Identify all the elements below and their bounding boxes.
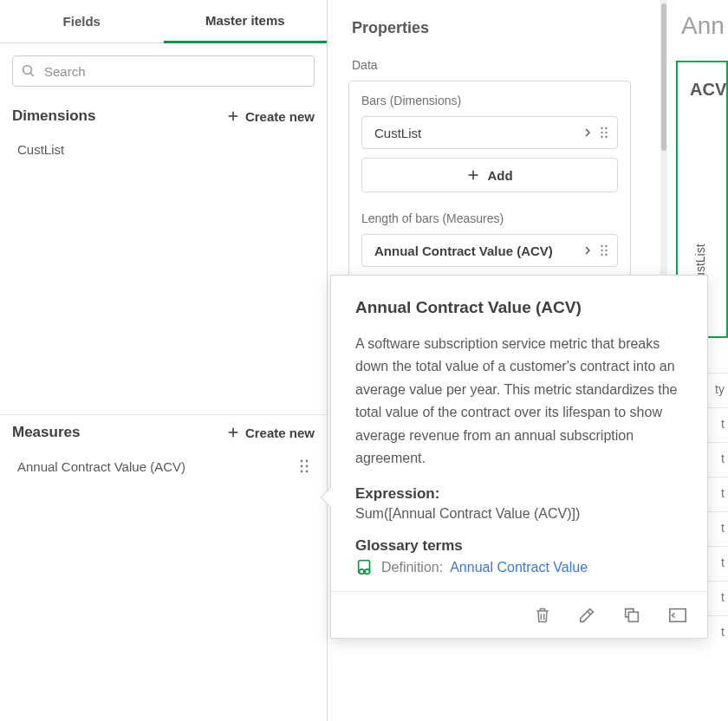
bars-dimension-chip[interactable]: CustList [361, 116, 618, 149]
bars-label: Bars (Dimensions) [361, 94, 618, 107]
measure-tooltip: Annual Contract Value (ACV) A software s… [330, 275, 708, 639]
assets-panel: Fields Master items Dimensions Create ne… [0, 0, 328, 721]
svg-point-10 [301, 471, 303, 473]
scrollbar-thumb[interactable] [661, 3, 666, 151]
svg-point-17 [605, 136, 607, 138]
create-new-label: Create new [245, 425, 315, 440]
chip-label: Annual Contract Value (ACV) [374, 244, 553, 258]
tooltip-actions [331, 591, 707, 638]
svg-point-13 [605, 127, 607, 129]
data-card: Bars (Dimensions) CustList Add Length of… [348, 81, 631, 289]
add-label: Add [487, 168, 512, 183]
svg-point-6 [301, 460, 303, 463]
tooltip-description: A software subscription service metric t… [355, 333, 683, 470]
svg-point-28 [365, 569, 370, 575]
svg-point-21 [605, 245, 607, 247]
properties-section-data: Data [328, 42, 667, 81]
svg-point-25 [605, 254, 607, 256]
create-new-label: Create new [245, 109, 315, 124]
delete-button[interactable] [534, 606, 551, 625]
definition-link[interactable]: Annual Contract Value [450, 560, 588, 575]
assets-tabs: Fields Master items [0, 0, 327, 43]
dimension-item-label: CustList [17, 142, 64, 157]
tab-master-items[interactable]: Master items [164, 0, 328, 43]
chevron-right-icon [582, 127, 593, 138]
add-to-sheet-button[interactable] [667, 606, 688, 625]
plus-icon [226, 109, 240, 123]
drag-handle-icon[interactable] [299, 458, 309, 474]
svg-line-32 [588, 611, 591, 614]
glossary-heading: Glossary terms [355, 537, 683, 555]
sheet-title-fragment: Ann [681, 12, 725, 40]
svg-point-27 [360, 569, 365, 575]
edit-button[interactable] [577, 606, 596, 625]
svg-point-14 [601, 132, 602, 133]
search-icon [21, 63, 36, 79]
svg-rect-33 [628, 612, 638, 621]
properties-heading: Properties [328, 0, 667, 42]
expression-label: Expression: [355, 485, 683, 503]
add-dimension-button[interactable]: Add [361, 158, 618, 192]
create-measure-button[interactable]: Create new [226, 425, 315, 440]
tooltip-title: Annual Contract Value (ACV) [355, 298, 683, 317]
svg-point-12 [601, 127, 602, 129]
insert-icon [667, 606, 688, 625]
plus-icon [466, 168, 480, 182]
dimensions-heading: Dimensions [12, 107, 95, 125]
duplicate-icon [622, 606, 641, 625]
glossary-icon [355, 558, 374, 577]
svg-point-22 [601, 250, 602, 251]
chip-label: CustList [374, 126, 421, 140]
tab-fields[interactable]: Fields [0, 0, 164, 43]
svg-point-15 [605, 132, 607, 133]
drag-handle-icon[interactable] [600, 126, 608, 140]
measures-heading: Measures [12, 424, 80, 441]
svg-point-9 [306, 465, 309, 468]
expression-value: Sum([Annual Contract Value (ACV)]) [355, 506, 683, 522]
svg-point-20 [601, 245, 602, 247]
drag-handle-icon[interactable] [600, 244, 608, 257]
dimension-item[interactable]: CustList [0, 132, 327, 167]
measure-item-label: Annual Contract Value (ACV) [17, 459, 185, 474]
pencil-icon [577, 606, 596, 625]
plus-icon [226, 425, 240, 439]
svg-point-23 [605, 250, 607, 251]
create-dimension-button[interactable]: Create new [226, 109, 315, 124]
svg-point-24 [601, 254, 602, 256]
search-input[interactable] [12, 55, 315, 87]
svg-point-11 [306, 471, 309, 473]
svg-line-1 [30, 73, 34, 76]
svg-point-7 [306, 460, 309, 463]
svg-point-16 [601, 136, 602, 138]
chart-title: ACV [683, 80, 721, 100]
length-measure-chip[interactable]: Annual Contract Value (ACV) [361, 234, 618, 267]
search-box [12, 55, 315, 87]
definition-label: Definition: [381, 560, 443, 575]
trash-icon [534, 606, 551, 625]
measure-item[interactable]: Annual Contract Value (ACV) [0, 448, 327, 484]
duplicate-button[interactable] [622, 606, 641, 625]
chevron-right-icon [582, 245, 593, 256]
length-label: Length of bars (Measures) [361, 211, 618, 225]
svg-point-0 [23, 66, 32, 75]
svg-point-8 [301, 465, 303, 468]
